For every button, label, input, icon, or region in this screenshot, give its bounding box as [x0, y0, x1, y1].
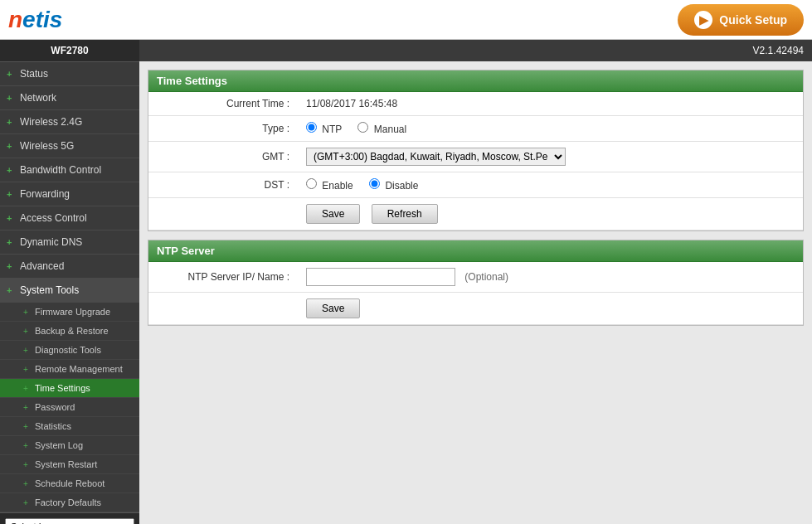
time-buttons-spacer: [148, 198, 298, 230]
schedule-reboot-icon: +: [23, 479, 32, 488]
diagnostic-tools-icon: +: [23, 346, 32, 355]
type-ntp-radio[interactable]: [306, 122, 317, 133]
sub-item-label: Firmware Upgrade: [35, 307, 110, 317]
version-label: V2.1.42494: [753, 45, 804, 56]
backup-restore-icon: +: [23, 327, 32, 336]
remote-management-icon: +: [23, 365, 32, 374]
wireless5-expand-icon: +: [7, 141, 17, 151]
ntp-save-button[interactable]: Save: [306, 298, 360, 318]
sidebar-item-label: Access Control: [20, 212, 87, 224]
sidebar-sub-password[interactable]: + Password: [0, 398, 139, 417]
quick-setup-label: Quick Setup: [719, 13, 787, 27]
factory-defaults-icon: +: [23, 498, 32, 507]
time-settings-section: Time Settings Current Time : 11/08/2017 …: [148, 70, 804, 231]
sidebar-item-network[interactable]: + Network: [0, 86, 139, 110]
sidebar-sub-factory-defaults[interactable]: + Factory Defaults: [0, 493, 139, 512]
access-control-expand-icon: +: [7, 213, 17, 223]
system-tools-expand-icon: +: [7, 285, 17, 295]
type-ntp-label[interactable]: NTP: [306, 124, 344, 135]
sub-item-label: Remote Management: [35, 364, 123, 374]
type-value: NTP Manual: [298, 116, 803, 142]
sidebar-item-label: System Tools: [20, 284, 79, 296]
ntp-ip-value: time.windows.com (Optional): [298, 262, 803, 293]
ntp-save-spacer: [148, 293, 298, 325]
firmware-upgrade-icon: +: [23, 308, 32, 317]
time-save-button[interactable]: Save: [306, 204, 360, 224]
time-settings-header: Time Settings: [148, 70, 803, 92]
time-refresh-button[interactable]: Refresh: [372, 204, 438, 224]
sidebar-sub-schedule-reboot[interactable]: + Schedule Reboot: [0, 474, 139, 493]
gmt-label: GMT :: [148, 142, 298, 172]
sidebar-sub-remote-management[interactable]: + Remote Management: [0, 360, 139, 379]
sub-item-label: System Log: [35, 440, 83, 450]
dst-enable-label[interactable]: Enable: [306, 180, 356, 192]
ntp-ip-label: NTP Server IP/ Name :: [148, 262, 298, 293]
sidebar-item-label: Dynamic DNS: [20, 236, 82, 248]
ntp-server-header: NTP Server: [148, 240, 803, 262]
current-time-value: 11/08/2017 16:45:48: [298, 92, 803, 116]
advanced-expand-icon: +: [7, 261, 17, 271]
ntp-ip-input[interactable]: time.windows.com: [306, 268, 455, 286]
sidebar-item-bandwidth[interactable]: + Bandwidth Control: [0, 158, 139, 182]
dst-disable-label[interactable]: Disable: [369, 180, 418, 192]
sub-item-label: Password: [35, 402, 75, 412]
network-expand-icon: +: [7, 93, 17, 103]
sub-item-label: Time Settings: [35, 383, 90, 393]
sidebar-item-label: Advanced: [20, 260, 64, 272]
statistics-icon: +: [23, 422, 32, 431]
time-settings-icon: +: [23, 384, 32, 393]
status-expand-icon: +: [7, 69, 17, 79]
sidebar-item-label: Wireless 2.4G: [20, 116, 82, 128]
sidebar-sub-time-settings[interactable]: + Time Settings: [0, 379, 139, 398]
sidebar-item-wireless5[interactable]: + Wireless 5G: [0, 134, 139, 158]
sidebar-item-advanced[interactable]: + Advanced: [0, 255, 139, 279]
wireless24-expand-icon: +: [7, 117, 17, 127]
type-manual-label[interactable]: Manual: [357, 124, 406, 135]
quick-setup-button[interactable]: ▶ Quick Setup: [678, 4, 804, 36]
sidebar-item-forwarding[interactable]: + Forwarding: [0, 182, 139, 206]
sub-item-label: Factory Defaults: [35, 497, 101, 507]
ntp-buttons: Save: [298, 293, 803, 325]
language-select[interactable]: Select Language English Chinese: [5, 518, 134, 524]
bandwidth-expand-icon: +: [7, 165, 17, 175]
sidebar-item-label: Status: [20, 68, 48, 80]
sub-item-label: Backup & Restore: [35, 326, 109, 336]
current-time-label: Current Time :: [148, 92, 298, 116]
type-label: Type :: [148, 116, 298, 142]
dst-value: Enable Disable: [298, 172, 803, 198]
ntp-server-section: NTP Server NTP Server IP/ Name : time.wi…: [148, 240, 804, 326]
quick-setup-arrow-icon: ▶: [694, 11, 712, 29]
dst-label: DST :: [148, 172, 298, 198]
sidebar-sub-backup-restore[interactable]: + Backup & Restore: [0, 322, 139, 341]
sidebar-item-system-tools[interactable]: + System Tools: [0, 279, 139, 303]
sidebar-item-label: Bandwidth Control: [20, 164, 101, 176]
sidebar-item-status[interactable]: + Status: [0, 62, 139, 86]
sidebar-item-wireless24[interactable]: + Wireless 2.4G: [0, 110, 139, 134]
dst-enable-radio[interactable]: [306, 178, 317, 189]
sidebar-item-label: Network: [20, 92, 56, 104]
language-select-wrapper: Select Language English Chinese: [0, 512, 139, 524]
gmt-select[interactable]: (GMT+3:00) Bagdad, Kuwait, Riyadh, Mosco…: [306, 148, 566, 166]
system-restart-icon: +: [23, 460, 32, 469]
sub-item-label: Statistics: [35, 421, 71, 431]
system-log-icon: +: [23, 441, 32, 450]
dst-disable-radio[interactable]: [369, 178, 380, 189]
device-model: WF2780: [0, 40, 139, 62]
type-manual-radio[interactable]: [357, 122, 368, 133]
gmt-value: (GMT+3:00) Bagdad, Kuwait, Riyadh, Mosco…: [298, 142, 803, 172]
netis-logo: netis: [8, 7, 62, 33]
sidebar-sub-system-restart[interactable]: + System Restart: [0, 455, 139, 474]
sub-item-label: System Restart: [35, 459, 97, 469]
password-icon: +: [23, 403, 32, 412]
forwarding-expand-icon: +: [7, 189, 17, 199]
sidebar-sub-system-log[interactable]: + System Log: [0, 436, 139, 455]
sidebar-item-dynamic-dns[interactable]: + Dynamic DNS: [0, 230, 139, 255]
sidebar-sub-statistics[interactable]: + Statistics: [0, 417, 139, 436]
ntp-optional-text: (Optional): [464, 271, 508, 283]
sidebar-sub-firmware-upgrade[interactable]: + Firmware Upgrade: [0, 303, 139, 322]
sidebar-item-access-control[interactable]: + Access Control: [0, 206, 139, 230]
dynamic-dns-expand-icon: +: [7, 237, 17, 247]
sidebar-item-label: Forwarding: [20, 188, 70, 200]
sidebar-item-label: Wireless 5G: [20, 140, 74, 152]
sidebar-sub-diagnostic-tools[interactable]: + Diagnostic Tools: [0, 341, 139, 360]
